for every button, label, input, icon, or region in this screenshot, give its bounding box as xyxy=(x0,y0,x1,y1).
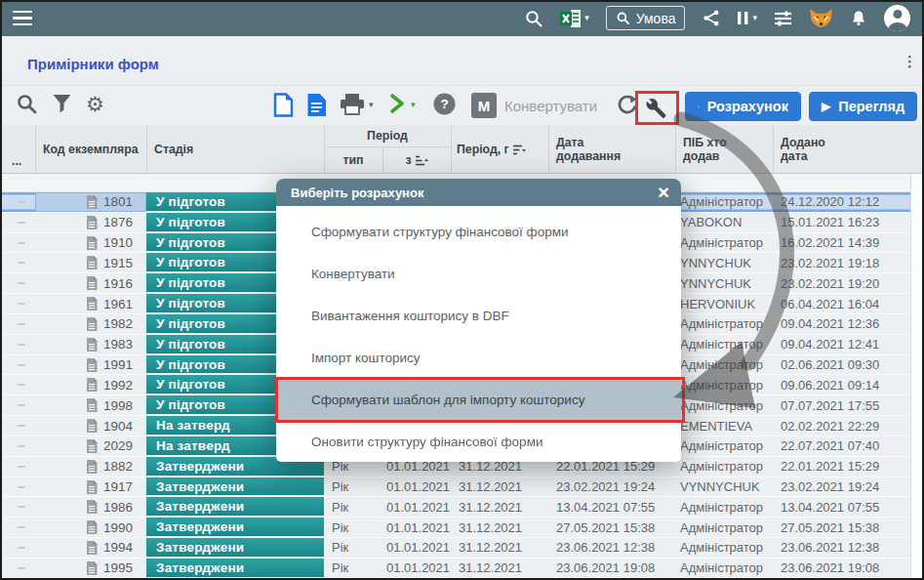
row-stage-badge: Затверджени xyxy=(146,518,324,537)
row-who-added: Адміністратор xyxy=(675,559,773,578)
row-added-date: 09.04.2021 12:41 xyxy=(773,335,910,354)
col-header-period-from[interactable]: з xyxy=(382,148,451,172)
view-button-label: Перегляд xyxy=(838,99,904,114)
row-period-type: Рік xyxy=(324,477,382,497)
share-icon[interactable] xyxy=(702,9,720,27)
vertical-scrollbar[interactable] xyxy=(910,174,922,578)
document-icon xyxy=(86,317,98,331)
menu-item[interactable]: Оновити структуру фінансової форми xyxy=(276,421,681,463)
chevron-down-icon[interactable]: ▾ xyxy=(411,101,416,109)
col-header-code[interactable]: Код екземпляра xyxy=(43,125,141,174)
row-date-added: 27.05.2021 15:38 xyxy=(548,518,675,537)
bell-icon[interactable] xyxy=(850,9,867,27)
menu-item[interactable]: Сформувати структуру фінансової форми xyxy=(276,211,681,253)
col-header-stage[interactable]: Стадія xyxy=(154,125,193,174)
col-header-added-date[interactable]: Додано дата xyxy=(781,125,841,174)
document-icon xyxy=(86,216,98,229)
row-code-cell: 1915 xyxy=(35,253,146,272)
run-icon[interactable] xyxy=(388,93,406,118)
row-who-added: YNNYCHUK xyxy=(675,253,773,272)
document-icon xyxy=(86,398,98,412)
table-row[interactable]: 1917 Затверджени Рік 01.01.2021 31.12.20… xyxy=(0,477,924,498)
row-who-added: Адміністратор xyxy=(675,355,773,375)
sliders-icon[interactable] xyxy=(774,10,792,27)
menu-item[interactable]: Вивантаження кошторису в DBF xyxy=(276,295,681,337)
table-row[interactable]: 1986 Затверджени Рік 01.01.2021 31.12.20… xyxy=(0,497,924,518)
menu-item[interactable]: Конвертувати xyxy=(276,253,681,295)
popup-header[interactable]: Виберіть розрахунок × xyxy=(276,179,681,206)
help-icon[interactable]: ? xyxy=(433,93,456,119)
condition-search-box[interactable]: Умова xyxy=(606,6,686,30)
row-date-added: 23.02.2021 19:24 xyxy=(548,477,675,497)
row-who-added: Адміністратор xyxy=(675,192,773,212)
row-period-from: 01.01.2021 xyxy=(382,559,451,578)
menu-item[interactable]: Імпорт кошторису xyxy=(276,337,681,379)
row-code-cell: 1910 xyxy=(35,233,146,253)
row-added-date: 09.04.2021 12:36 xyxy=(773,314,910,334)
row-date-added: 23.06.2021 12:38 xyxy=(548,538,675,558)
row-handle xyxy=(8,233,35,253)
row-period-from: 01.01.2021 xyxy=(382,497,451,517)
document-icon xyxy=(86,439,98,453)
col-header-period-from-label: з xyxy=(405,153,411,167)
row-handle xyxy=(8,253,35,272)
row-period-type: Рік xyxy=(324,559,382,578)
row-code-cell: 1998 xyxy=(35,395,146,415)
row-period-from: 01.01.2021 xyxy=(382,518,451,537)
wrench-icon[interactable] xyxy=(644,98,668,123)
col-header-period-type[interactable]: тип xyxy=(324,148,382,172)
kebab-menu-icon[interactable]: ⋮ xyxy=(903,53,917,70)
row-code-cell: 1991 xyxy=(35,355,146,375)
row-code-cell: 1982 xyxy=(35,314,146,334)
row-code-cell: 1917 xyxy=(35,477,146,497)
table-row[interactable]: 1995 Затверджени Рік 01.01.2021 31.12.20… xyxy=(0,559,924,579)
close-icon[interactable]: × xyxy=(658,183,669,202)
row-who-added: Адміністратор xyxy=(675,335,773,354)
document-icon xyxy=(86,378,98,392)
row-who-added: HERVONIUK xyxy=(675,294,773,313)
search-icon[interactable] xyxy=(16,93,38,119)
row-stage-badge: Затверджени xyxy=(146,538,324,558)
menu-icon[interactable] xyxy=(13,11,32,25)
view-button[interactable]: ▶ Перегляд xyxy=(809,92,917,121)
row-handle xyxy=(8,497,35,517)
row-added-date: 06.04.2021 16:04 xyxy=(773,294,910,313)
pause-icon[interactable]: ▾ xyxy=(737,11,757,25)
table-row[interactable]: 1994 Затверджени Рік 01.01.2021 31.12.20… xyxy=(0,538,924,559)
row-stage-badge: Затверджени xyxy=(146,559,324,578)
fox-icon[interactable] xyxy=(809,8,833,28)
refresh-icon[interactable] xyxy=(616,93,637,120)
row-handle xyxy=(8,477,35,497)
table-row[interactable]: 1990 Затверджени Рік 01.01.2021 31.12.20… xyxy=(0,518,924,538)
col-header-period-g[interactable]: Період, г xyxy=(457,125,526,174)
row-added-date: 22.07.2021 07:40 xyxy=(773,436,910,456)
menu-item[interactable]: Сформувати шаблон для імпорту кошторису xyxy=(276,379,681,421)
row-added-date: 22.01.2021 15:29 xyxy=(773,457,910,476)
chevron-down-icon[interactable]: ▾ xyxy=(369,101,374,109)
calculate-button[interactable]: Розрахунок xyxy=(685,92,801,121)
convert-button[interactable]: Конвертувати xyxy=(504,98,597,114)
row-period-g: 31.12.2021 xyxy=(451,497,548,517)
excel-export-icon[interactable]: ▾ xyxy=(560,9,589,28)
chevron-down-icon: ▾ xyxy=(584,14,589,22)
sort-descending-icon xyxy=(513,145,526,155)
calculate-button-label: Розрахунок xyxy=(707,99,788,114)
row-added-date: 07.07.2021 17:55 xyxy=(773,395,910,415)
printer-icon[interactable] xyxy=(340,93,365,120)
menu-item-label: Конвертувати xyxy=(311,267,395,281)
col-header-who-added[interactable]: ПІБ хто додав xyxy=(683,125,745,174)
user-avatar[interactable] xyxy=(884,5,910,31)
search-icon[interactable] xyxy=(524,9,543,28)
row-added-date: 23.02.2021 19:18 xyxy=(773,253,910,272)
row-added-date: 23.06.2021 19:08 xyxy=(773,559,910,578)
col-header-date-added[interactable]: Дата додавання xyxy=(556,125,638,174)
menu-item-label: Вивантаження кошторису в DBF xyxy=(311,309,509,323)
document-icon xyxy=(86,358,98,372)
row-period-g: 31.12.2021 xyxy=(451,477,548,497)
row-added-date: 24.12.2020 12:12 xyxy=(773,192,910,212)
gear-icon[interactable]: ⚙ xyxy=(86,94,104,114)
new-document-icon[interactable] xyxy=(273,93,294,121)
document-blue-icon[interactable] xyxy=(306,93,327,121)
row-who-added: Адміністратор xyxy=(675,395,773,415)
filter-icon[interactable] xyxy=(52,93,72,118)
